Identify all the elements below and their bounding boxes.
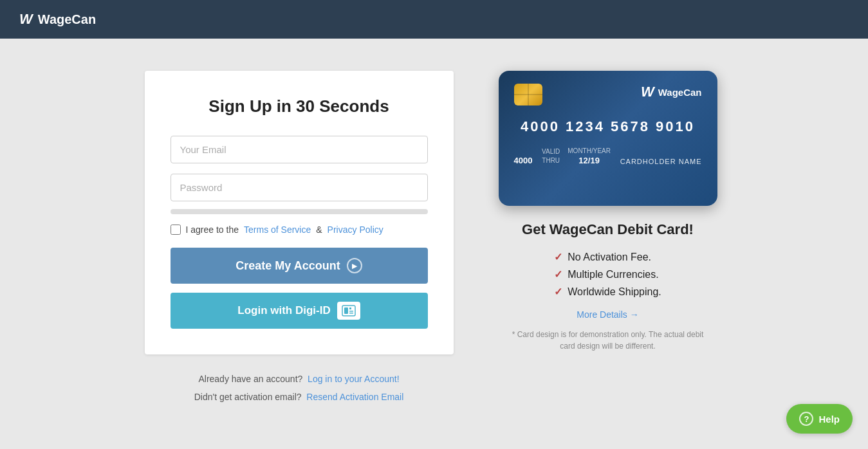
signup-card: Sign Up in 30 Seconds I agree to the Ter…: [145, 71, 454, 354]
monthyear-label: MONTH/YEAR: [568, 147, 611, 156]
password-strength-bar: [171, 209, 428, 214]
email-group: [171, 136, 428, 163]
list-item: ✓ No Activation Fee.: [554, 248, 661, 266]
expiry-value: 12/19: [568, 156, 611, 165]
main-content: Sign Up in 30 Seconds I agree to the Ter…: [0, 39, 868, 449]
svg-rect-4: [349, 313, 353, 314]
card-brand-name: WageCan: [658, 87, 702, 98]
valid-label: VALID: [542, 147, 560, 156]
svg-rect-3: [349, 311, 353, 312]
card-disclaimer: * Card design is for demonstration only.…: [505, 329, 711, 352]
promo-features: ✓ No Activation Fee. ✓ Multiple Currenci…: [554, 248, 661, 300]
card-validity: VALID THRU MONTH/YEAR 12/19: [542, 147, 611, 165]
feature-1: No Activation Fee.: [568, 252, 651, 263]
email-input[interactable]: [171, 136, 428, 163]
debit-card: W WageCan 4000 1234 5678 9010 4000 VALID…: [499, 71, 717, 206]
card-number-small: 4000: [514, 156, 533, 165]
list-item: ✓ Worldwide Shipping.: [554, 283, 661, 300]
password-input[interactable]: [171, 174, 428, 201]
svg-rect-2: [349, 307, 351, 309]
check-icon: ✓: [554, 251, 562, 263]
no-activation-text: Didn't get activation email?: [194, 392, 302, 402]
resend-activation-link[interactable]: Resend Activation Email: [306, 392, 403, 402]
card-top-row: W WageCan: [514, 84, 702, 105]
digiid-icon: [337, 302, 360, 320]
create-account-label: Create My Account: [235, 259, 340, 273]
login-row: Already have an account? Log in to your …: [194, 370, 404, 388]
card-brand-logo: W: [641, 84, 654, 100]
card-bottom-row: 4000 VALID THRU MONTH/YEAR 12/19: [514, 147, 702, 165]
terms-row: I agree to the Terms of Service & Privac…: [171, 225, 428, 235]
card-holder-area: CARDHOLDER NAME: [620, 158, 702, 165]
feature-3: Worldwide Shipping.: [568, 286, 661, 298]
password-group: [171, 174, 428, 201]
feature-2: Multiple Currencies.: [568, 269, 658, 280]
list-item: ✓ Multiple Currencies.: [554, 266, 661, 283]
cardholder-name: CARDHOLDER NAME: [620, 158, 702, 165]
promo-title: Get WageCan Debit Card!: [522, 221, 694, 238]
check-icon: ✓: [554, 268, 562, 280]
and-label: &: [316, 225, 322, 235]
checkbox-label: I agree to the: [186, 225, 239, 235]
brand: W WageCan: [19, 11, 96, 28]
signup-title: Sign Up in 30 Seconds: [171, 96, 428, 116]
more-details-link[interactable]: More Details →: [577, 309, 638, 320]
help-label: Help: [818, 414, 840, 425]
play-icon: ▶: [347, 258, 362, 273]
privacy-link[interactable]: Privacy Policy: [328, 225, 383, 235]
digiid-login-button[interactable]: Login with Digi-ID: [171, 293, 428, 329]
help-circle-icon: ?: [799, 412, 813, 426]
thru-label: THRU: [542, 156, 560, 165]
digiid-label: Login with Digi-ID: [237, 304, 330, 317]
below-card: Already have an account? Log in to your …: [194, 370, 404, 406]
card-chip-icon: [514, 84, 542, 105]
svg-rect-1: [344, 307, 348, 314]
login-link[interactable]: Log in to your Account!: [308, 374, 399, 384]
check-icon: ✓: [554, 286, 562, 298]
right-panel: W WageCan 4000 1234 5678 9010 4000 VALID…: [492, 71, 724, 352]
help-button[interactable]: ? Help: [786, 404, 853, 434]
left-panel: Sign Up in 30 Seconds I agree to the Ter…: [145, 71, 454, 406]
terms-link[interactable]: Terms of Service: [244, 225, 311, 235]
card-number: 4000 1234 5678 9010: [514, 118, 702, 135]
brand-logo-icon: W: [19, 11, 33, 28]
brand-name: WageCan: [38, 12, 96, 27]
create-account-button[interactable]: Create My Account ▶: [171, 248, 428, 284]
already-account-text: Already have an account?: [198, 374, 302, 384]
card-brand: W WageCan: [641, 84, 702, 100]
navbar: W WageCan: [0, 0, 868, 39]
terms-checkbox[interactable]: [171, 225, 181, 235]
resend-row: Didn't get activation email? Resend Acti…: [194, 388, 404, 406]
